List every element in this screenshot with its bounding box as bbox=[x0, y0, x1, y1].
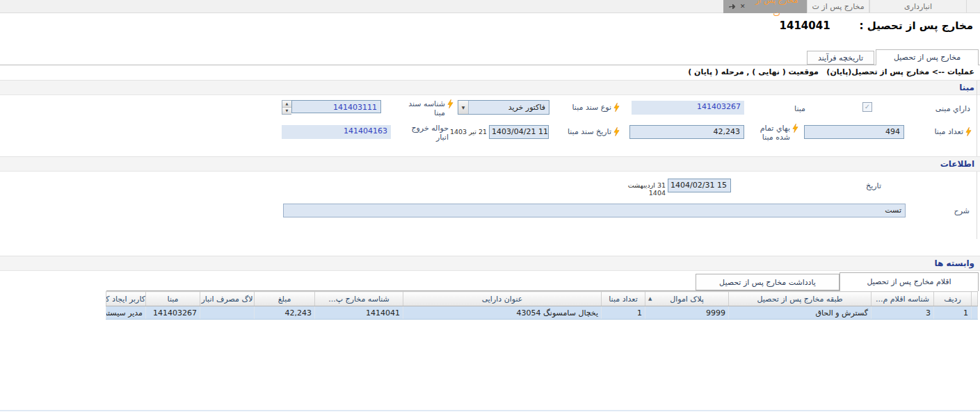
qty-label: تعداد مبنا bbox=[935, 127, 963, 136]
qty-field[interactable]: 494 bbox=[804, 125, 904, 139]
column-header-label: پلاک اموال bbox=[670, 295, 704, 304]
row-indicator-header bbox=[972, 292, 978, 306]
required-bolt-icon bbox=[965, 127, 972, 136]
sort-ascending-icon: ▲ bbox=[648, 297, 652, 302]
has-basis-label: داراي مبنی bbox=[935, 104, 970, 113]
column-header-asset-tag[interactable]: ▲ پلاک اموال bbox=[645, 292, 729, 306]
cell-asset-title[interactable]: یخچال سامسونگ 43054 bbox=[403, 306, 602, 320]
spinner-buttons[interactable]: ▲▼ bbox=[282, 100, 291, 115]
window-tab-expenses[interactable]: مخارج پس از ت bbox=[807, 0, 869, 13]
date-field[interactable]: 1404/02/31 15 bbox=[668, 179, 731, 192]
basis-id-field[interactable]: 141403267 bbox=[632, 101, 744, 115]
doc-type-label: نوع سند مبنا bbox=[572, 103, 612, 112]
pin-icon[interactable] bbox=[729, 3, 736, 10]
section-info-title: اطلاعات bbox=[940, 159, 974, 169]
column-header-created-by[interactable]: کاربر ایجاد کننده bbox=[106, 292, 146, 306]
section-related-header: وابسته ها bbox=[0, 256, 980, 271]
row-indicator-cell bbox=[972, 306, 978, 320]
cost-field[interactable]: 42,243 bbox=[629, 125, 744, 139]
tab-process-history[interactable]: تاریخچه فرآیند bbox=[807, 51, 874, 65]
date-alt-text: 31 اردیبهشت 1404 bbox=[610, 181, 666, 197]
qty-field-label: تعداد مبنا bbox=[906, 127, 972, 136]
cost-field-label: بهاي تمام شده مبنا bbox=[744, 124, 798, 142]
section-info-header: اطلاعات bbox=[0, 156, 980, 172]
table-row[interactable]: 1 3 گسترش و الحاق 9999 1 یخچال سامسونگ 4… bbox=[106, 306, 978, 320]
page-title: مخارج پس از تحصیل :1414041 bbox=[780, 19, 973, 32]
cell-created-by[interactable]: مدیر سیستم bbox=[106, 306, 146, 320]
cell-stock-log[interactable] bbox=[200, 306, 255, 320]
related-items-grid: ردیف شناسه اقلام م... طبقه مخارج پس از ت… bbox=[106, 291, 978, 320]
window-tab-expenses-active[interactable]: مخارج پس از ت ✕ bbox=[723, 0, 807, 13]
check-icon: ✓ bbox=[865, 103, 870, 110]
exit-permit-field[interactable]: 141404163 bbox=[282, 125, 391, 139]
doc-date-label: تاریخ سند مبنا bbox=[568, 127, 611, 136]
grid-header-row: ردیف شناسه اقلام م... طبقه مخارج پس از ت… bbox=[106, 292, 978, 306]
spin-up-icon[interactable]: ▲ bbox=[282, 101, 291, 107]
chevron-down-icon[interactable]: ▼ bbox=[458, 101, 469, 114]
doc-date-field-label: تاریخ سند مبنا bbox=[550, 127, 620, 136]
page-title-label: مخارج پس از تحصیل : bbox=[860, 19, 973, 32]
spin-down-icon[interactable]: ▼ bbox=[282, 107, 291, 114]
description-field[interactable]: تست bbox=[283, 204, 906, 217]
breadcrumb: عملیات --> مخارج پس از تحصیل(پایان) موقع… bbox=[688, 67, 974, 76]
column-header-item-id[interactable]: شناسه اقلام م... bbox=[871, 292, 934, 306]
cell-basis-qty[interactable]: 1 bbox=[602, 306, 645, 320]
section-basis-header: مبنا bbox=[0, 80, 980, 95]
doc-id-value[interactable]: 141403111 bbox=[291, 100, 381, 113]
doc-date-field[interactable]: 1403/04/21 11: bbox=[489, 125, 549, 139]
section-related-title: وابسته ها bbox=[935, 258, 974, 268]
column-header-expense-class[interactable]: طبقه مخارج پس از تحصیل bbox=[729, 292, 871, 306]
doc-id-spinner[interactable]: 141403111 ▲▼ bbox=[282, 100, 381, 115]
doc-id-field-label: شناسه سند مبنا bbox=[387, 99, 453, 117]
required-bolt-icon bbox=[613, 103, 620, 112]
required-bolt-icon bbox=[613, 127, 620, 136]
cost-label: بهاي تمام شده مبنا bbox=[750, 124, 790, 142]
cell-expense-id[interactable]: 1414041 bbox=[315, 306, 403, 320]
cell-asset-tag[interactable]: 9999 bbox=[645, 306, 729, 320]
doc-type-dropdown[interactable]: فاکتور خرید ▼ bbox=[458, 100, 549, 115]
description-label: شرح bbox=[954, 206, 970, 215]
column-header-expense-id[interactable]: شناسه مخارج پ... bbox=[315, 292, 403, 306]
tab-expense-notes[interactable]: یادداشت مخارج پس از تحصیل bbox=[696, 274, 840, 290]
section-basis-title: مبنا bbox=[959, 83, 974, 92]
basis-label: مبنا bbox=[794, 104, 805, 113]
cell-amount[interactable]: 42,243 bbox=[255, 306, 315, 320]
required-bolt-icon bbox=[447, 99, 453, 108]
cell-row-no[interactable]: 1 bbox=[934, 306, 972, 320]
page-title-value: 1414041 bbox=[780, 19, 830, 32]
tab-expenses-detail[interactable]: مخارج پس از تحصیل bbox=[876, 49, 979, 65]
exit-permit-label: حواله خروج انبار bbox=[405, 124, 449, 142]
column-header-row-no[interactable]: ردیف bbox=[934, 292, 972, 306]
cell-expense-class[interactable]: گسترش و الحاق bbox=[729, 306, 871, 320]
window-tab-warehousing[interactable]: انبارداری bbox=[869, 0, 967, 13]
column-header-amount[interactable]: مبلغ bbox=[255, 292, 315, 306]
column-header-basis-qty[interactable]: تعداد مبنا bbox=[602, 292, 645, 306]
column-header-basis[interactable]: مبنا bbox=[146, 292, 200, 306]
main-tab-baseline bbox=[0, 65, 980, 65]
cell-item-id[interactable]: 3 bbox=[871, 306, 934, 320]
window-tab-label: مخارج پس از ت bbox=[753, 0, 801, 20]
doc-type-value: فاکتور خرید bbox=[469, 101, 549, 114]
tab-expense-items[interactable]: اقلام مخارج پس از تحصیل bbox=[840, 272, 979, 291]
close-tab-icon[interactable]: ✕ bbox=[740, 0, 746, 13]
column-header-asset-title[interactable]: عنوان دارایی bbox=[403, 292, 602, 306]
form-bottom-border bbox=[0, 410, 980, 411]
has-basis-checkbox[interactable]: ✓ bbox=[862, 102, 872, 112]
column-header-stock-log[interactable]: لاگ مصرف انبار bbox=[200, 292, 255, 306]
doc-type-field-label: نوع سند مبنا bbox=[550, 103, 620, 112]
required-bolt-icon bbox=[792, 124, 798, 133]
window-tab-bar: انبارداری مخارج پس از ت مخارج پس از ت ✕ bbox=[0, 0, 980, 13]
doc-date-alt-text: 21 تیر 1403 bbox=[449, 128, 487, 135]
date-label: تاریخ bbox=[866, 181, 881, 190]
doc-id-label: شناسه سند مبنا bbox=[402, 99, 445, 117]
cell-basis[interactable]: 141403267 bbox=[146, 306, 200, 320]
